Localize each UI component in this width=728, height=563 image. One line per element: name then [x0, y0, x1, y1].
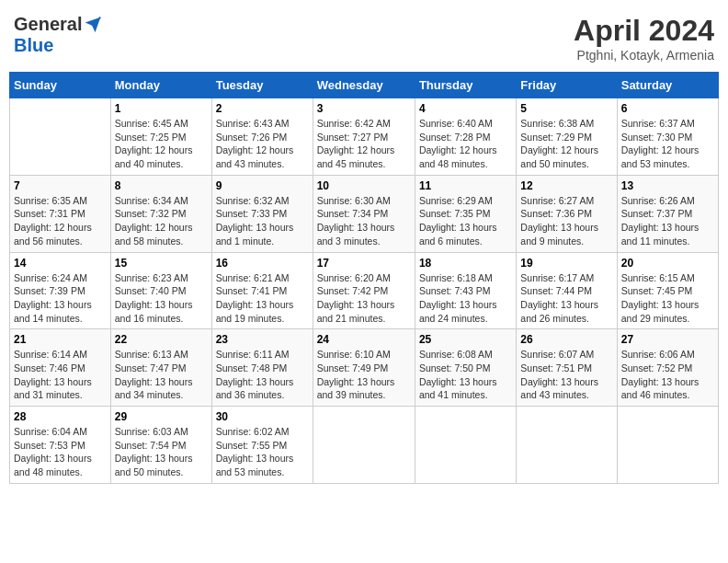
calendar-cell: 17Sunrise: 6:20 AMSunset: 7:42 PMDayligh…	[313, 252, 415, 329]
day-info: Sunrise: 6:02 AMSunset: 7:55 PMDaylight:…	[216, 425, 309, 479]
calendar-cell: 14Sunrise: 6:24 AMSunset: 7:39 PMDayligh…	[10, 252, 111, 329]
day-number: 27	[621, 333, 714, 346]
day-info: Sunrise: 6:18 AMSunset: 7:43 PMDaylight:…	[419, 271, 512, 326]
calendar-cell: 9Sunrise: 6:32 AMSunset: 7:33 PMDaylight…	[211, 175, 313, 252]
day-info: Sunrise: 6:10 AMSunset: 7:49 PMDaylight:…	[317, 348, 411, 402]
day-info: Sunrise: 6:30 AMSunset: 7:34 PMDaylight:…	[317, 194, 411, 248]
logo: General Blue	[14, 14, 102, 56]
day-number: 28	[14, 410, 107, 423]
header-monday: Monday	[110, 73, 211, 98]
day-info: Sunrise: 6:13 AMSunset: 7:47 PMDaylight:…	[115, 348, 208, 402]
day-info: Sunrise: 6:07 AMSunset: 7:51 PMDaylight:…	[520, 348, 612, 402]
day-info: Sunrise: 6:04 AMSunset: 7:53 PMDaylight:…	[14, 425, 107, 479]
calendar-week-4: 21Sunrise: 6:14 AMSunset: 7:46 PMDayligh…	[10, 329, 719, 407]
day-info: Sunrise: 6:08 AMSunset: 7:50 PMDaylight:…	[419, 348, 512, 402]
day-info: Sunrise: 6:38 AMSunset: 7:29 PMDaylight:…	[520, 117, 612, 171]
day-info: Sunrise: 6:20 AMSunset: 7:42 PMDaylight:…	[317, 271, 411, 326]
title-section: April 2024 Ptghni, Kotayk, Armenia	[574, 14, 714, 63]
day-number: 25	[419, 333, 512, 346]
day-info: Sunrise: 6:17 AMSunset: 7:44 PMDaylight:…	[520, 271, 612, 326]
day-info: Sunrise: 6:03 AMSunset: 7:54 PMDaylight:…	[115, 425, 208, 479]
calendar-cell: 12Sunrise: 6:27 AMSunset: 7:36 PMDayligh…	[517, 175, 617, 252]
calendar-cell: 1Sunrise: 6:45 AMSunset: 7:25 PMDaylight…	[110, 98, 211, 176]
day-info: Sunrise: 6:23 AMSunset: 7:40 PMDaylight:…	[115, 271, 208, 326]
calendar-cell: 27Sunrise: 6:06 AMSunset: 7:52 PMDayligh…	[617, 329, 718, 407]
day-number: 6	[621, 102, 714, 115]
day-info: Sunrise: 6:14 AMSunset: 7:46 PMDaylight:…	[14, 348, 107, 402]
day-info: Sunrise: 6:06 AMSunset: 7:52 PMDaylight:…	[621, 348, 714, 402]
calendar-week-3: 14Sunrise: 6:24 AMSunset: 7:39 PMDayligh…	[10, 252, 719, 329]
calendar-cell: 29Sunrise: 6:03 AMSunset: 7:54 PMDayligh…	[110, 407, 211, 484]
logo-general-text: General	[14, 14, 82, 35]
calendar-table: SundayMondayTuesdayWednesdayThursdayFrid…	[9, 72, 719, 484]
day-number: 11	[419, 179, 512, 192]
calendar-cell: 8Sunrise: 6:34 AMSunset: 7:32 PMDaylight…	[110, 175, 211, 252]
day-number: 21	[14, 333, 107, 346]
calendar-cell: 26Sunrise: 6:07 AMSunset: 7:51 PMDayligh…	[517, 329, 617, 407]
day-number: 16	[216, 257, 309, 270]
location-text: Ptghni, Kotayk, Armenia	[574, 48, 714, 63]
day-number: 4	[419, 102, 512, 115]
calendar-cell: 21Sunrise: 6:14 AMSunset: 7:46 PMDayligh…	[10, 329, 111, 407]
month-title: April 2024	[574, 14, 714, 48]
day-number: 30	[216, 410, 309, 423]
calendar-cell	[415, 407, 516, 484]
calendar-cell	[10, 98, 111, 176]
day-info: Sunrise: 6:35 AMSunset: 7:31 PMDaylight:…	[14, 194, 107, 248]
header-tuesday: Tuesday	[211, 73, 313, 98]
day-number: 9	[216, 179, 309, 192]
day-number: 7	[14, 179, 107, 192]
logo-blue-text: Blue	[14, 35, 53, 56]
day-info: Sunrise: 6:37 AMSunset: 7:30 PMDaylight:…	[621, 117, 714, 171]
calendar-cell: 18Sunrise: 6:18 AMSunset: 7:43 PMDayligh…	[415, 252, 516, 329]
page-header: General Blue April 2024 Ptghni, Kotayk, …	[9, 9, 719, 63]
calendar-cell: 10Sunrise: 6:30 AMSunset: 7:34 PMDayligh…	[313, 175, 415, 252]
calendar-cell: 5Sunrise: 6:38 AMSunset: 7:29 PMDaylight…	[517, 98, 617, 176]
calendar-cell: 11Sunrise: 6:29 AMSunset: 7:35 PMDayligh…	[415, 175, 516, 252]
day-info: Sunrise: 6:45 AMSunset: 7:25 PMDaylight:…	[115, 117, 208, 171]
day-number: 18	[419, 257, 512, 270]
calendar-cell: 2Sunrise: 6:43 AMSunset: 7:26 PMDaylight…	[211, 98, 313, 176]
day-info: Sunrise: 6:43 AMSunset: 7:26 PMDaylight:…	[216, 117, 309, 171]
calendar-cell: 7Sunrise: 6:35 AMSunset: 7:31 PMDaylight…	[10, 175, 111, 252]
day-info: Sunrise: 6:26 AMSunset: 7:37 PMDaylight:…	[621, 194, 714, 248]
calendar-cell: 28Sunrise: 6:04 AMSunset: 7:53 PMDayligh…	[10, 407, 111, 484]
header-sunday: Sunday	[10, 73, 111, 98]
calendar-cell: 30Sunrise: 6:02 AMSunset: 7:55 PMDayligh…	[211, 407, 313, 484]
calendar-cell: 23Sunrise: 6:11 AMSunset: 7:48 PMDayligh…	[211, 329, 313, 407]
day-number: 20	[621, 257, 714, 270]
day-number: 15	[115, 257, 208, 270]
day-number: 3	[317, 102, 411, 115]
calendar-week-1: 1Sunrise: 6:45 AMSunset: 7:25 PMDaylight…	[10, 98, 719, 176]
day-info: Sunrise: 6:34 AMSunset: 7:32 PMDaylight:…	[115, 194, 208, 248]
calendar-cell: 15Sunrise: 6:23 AMSunset: 7:40 PMDayligh…	[110, 252, 211, 329]
calendar-cell: 4Sunrise: 6:40 AMSunset: 7:28 PMDaylight…	[415, 98, 516, 176]
day-info: Sunrise: 6:24 AMSunset: 7:39 PMDaylight:…	[14, 271, 107, 326]
day-number: 26	[520, 333, 612, 346]
calendar-cell: 20Sunrise: 6:15 AMSunset: 7:45 PMDayligh…	[617, 252, 718, 329]
day-info: Sunrise: 6:27 AMSunset: 7:36 PMDaylight:…	[520, 194, 612, 248]
calendar-cell	[617, 407, 718, 484]
day-number: 10	[317, 179, 411, 192]
calendar-cell: 6Sunrise: 6:37 AMSunset: 7:30 PMDaylight…	[617, 98, 718, 176]
calendar-cell	[313, 407, 415, 484]
calendar-cell: 16Sunrise: 6:21 AMSunset: 7:41 PMDayligh…	[211, 252, 313, 329]
calendar-cell: 19Sunrise: 6:17 AMSunset: 7:44 PMDayligh…	[517, 252, 617, 329]
day-info: Sunrise: 6:11 AMSunset: 7:48 PMDaylight:…	[216, 348, 309, 402]
calendar-cell	[517, 407, 617, 484]
day-info: Sunrise: 6:42 AMSunset: 7:27 PMDaylight:…	[317, 117, 411, 171]
day-info: Sunrise: 6:29 AMSunset: 7:35 PMDaylight:…	[419, 194, 512, 248]
day-number: 23	[216, 333, 309, 346]
day-number: 19	[520, 257, 612, 270]
day-number: 8	[115, 179, 208, 192]
day-info: Sunrise: 6:32 AMSunset: 7:33 PMDaylight:…	[216, 194, 309, 248]
logo-bird-icon	[84, 16, 102, 34]
calendar-week-2: 7Sunrise: 6:35 AMSunset: 7:31 PMDaylight…	[10, 175, 719, 252]
header-thursday: Thursday	[415, 73, 516, 98]
day-number: 17	[317, 257, 411, 270]
day-number: 14	[14, 257, 107, 270]
calendar-header-row: SundayMondayTuesdayWednesdayThursdayFrid…	[10, 73, 719, 98]
day-info: Sunrise: 6:40 AMSunset: 7:28 PMDaylight:…	[419, 117, 512, 171]
day-number: 5	[520, 102, 612, 115]
calendar-cell: 25Sunrise: 6:08 AMSunset: 7:50 PMDayligh…	[415, 329, 516, 407]
